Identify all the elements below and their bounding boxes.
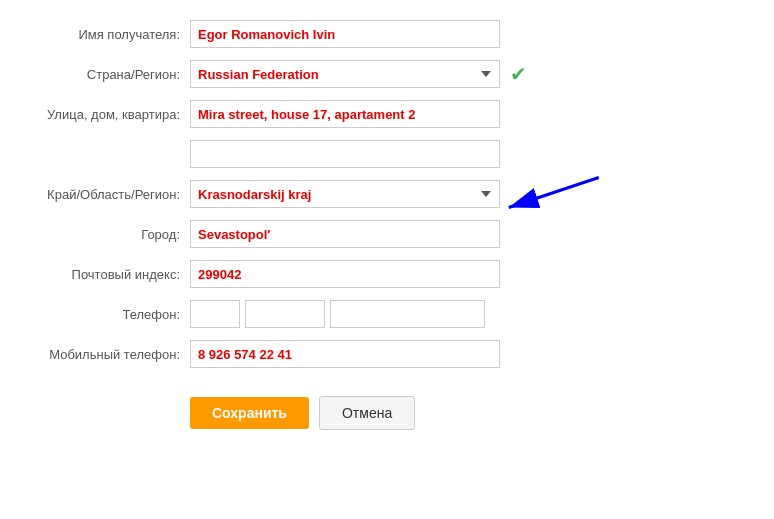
phone-label: Телефон: [30, 307, 190, 322]
phone-input-2[interactable] [245, 300, 325, 328]
extra-street-input[interactable] [190, 140, 500, 168]
country-select-wrapper: Russian Federation [190, 60, 500, 88]
svg-line-1 [509, 178, 599, 208]
cancel-button[interactable]: Отмена [319, 396, 415, 430]
city-input[interactable] [190, 220, 500, 248]
mobile-input[interactable] [190, 340, 500, 368]
street-row: Улица, дом, квартира: [30, 100, 744, 128]
country-row: Страна/Регион: Russian Federation ✔ [30, 60, 744, 88]
mobile-label: Мобильный телефон: [30, 347, 190, 362]
country-select[interactable]: Russian Federation [190, 60, 500, 88]
save-button[interactable]: Сохранить [190, 397, 309, 429]
recipient-name-label: Имя получателя: [30, 27, 190, 42]
mobile-row: Мобильный телефон: [30, 340, 744, 368]
recipient-name-input[interactable] [190, 20, 500, 48]
extra-street-row [30, 140, 744, 168]
city-label: Город: [30, 227, 190, 242]
province-select[interactable]: Krasnodarskij kraj [190, 180, 500, 208]
street-label: Улица, дом, квартира: [30, 107, 190, 122]
country-valid-icon: ✔ [510, 62, 527, 86]
phone-input-1[interactable] [190, 300, 240, 328]
postal-code-row: Почтовый индекс: [30, 260, 744, 288]
province-select-wrapper: Krasnodarskij kraj [190, 180, 500, 208]
recipient-name-row: Имя получателя: [30, 20, 744, 48]
phone-input-3[interactable] [330, 300, 485, 328]
postal-code-input[interactable] [190, 260, 500, 288]
city-row: Город: [30, 220, 744, 248]
buttons-row: Сохранить Отмена [30, 396, 744, 430]
address-form: Имя получателя: Страна/Регион: Russian F… [0, 0, 774, 519]
postal-code-label: Почтовый индекс: [30, 267, 190, 282]
country-label: Страна/Регион: [30, 67, 190, 82]
province-label: Край/Область/Регион: [30, 187, 190, 202]
province-row: Край/Область/Регион: Krasnodarskij kraj [30, 180, 744, 208]
street-input[interactable] [190, 100, 500, 128]
phone-row: Телефон: [30, 300, 744, 328]
